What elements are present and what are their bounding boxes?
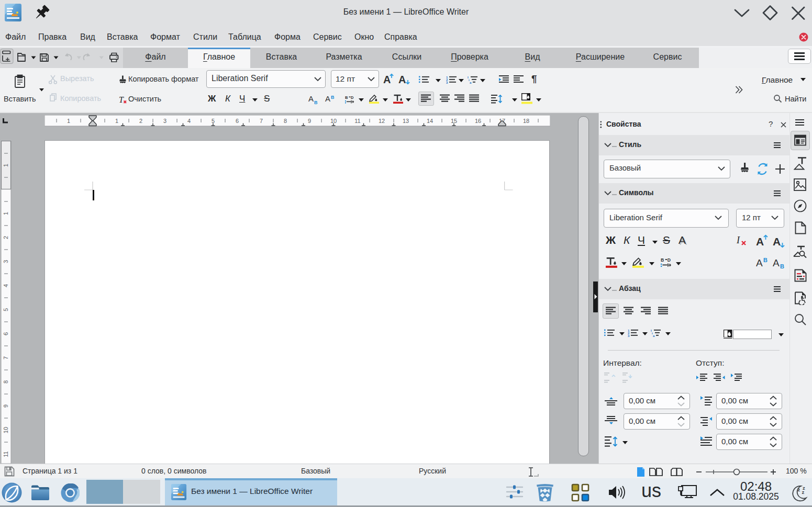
svg-text:16: 16 [475, 118, 481, 124]
svg-text:T: T [119, 95, 124, 104]
svg-text:3: 3 [163, 118, 166, 124]
svg-text:5: 5 [212, 118, 215, 124]
svg-text:3: 3 [628, 334, 630, 337]
svg-text:3: 3 [3, 260, 9, 263]
svg-text:a: a [653, 334, 655, 337]
svg-text:14: 14 [427, 118, 433, 124]
svg-text:11: 11 [3, 451, 9, 457]
svg-text:B: B [780, 263, 784, 269]
svg-text:10: 10 [330, 118, 337, 124]
svg-text:6: 6 [236, 118, 239, 124]
svg-text:1: 1 [115, 118, 118, 124]
svg-text:7: 7 [260, 118, 263, 124]
svg-text:A: A [773, 235, 781, 247]
svg-text:8: 8 [3, 380, 9, 384]
svg-text:11: 11 [354, 118, 360, 124]
svg-text:I: I [736, 235, 740, 245]
svg-text:12: 12 [379, 118, 385, 124]
svg-text:D: D [351, 95, 354, 100]
svg-text:1: 1 [67, 118, 70, 124]
svg-text:15: 15 [451, 118, 457, 124]
svg-text:8: 8 [284, 118, 287, 124]
svg-text:9: 9 [308, 118, 311, 124]
svg-text:B: B [763, 257, 767, 263]
svg-text:B: B [314, 100, 318, 105]
svg-text:4: 4 [3, 284, 9, 287]
svg-text:B: B [345, 95, 348, 100]
svg-text:6: 6 [3, 332, 9, 335]
svg-text:A: A [308, 94, 314, 103]
svg-text:7: 7 [3, 356, 9, 359]
svg-text:z: z [802, 489, 805, 495]
svg-text:A: A [325, 94, 330, 103]
svg-text:A: A [756, 257, 763, 268]
svg-text:z: z [798, 487, 800, 492]
svg-text:A: A [756, 235, 764, 247]
svg-text:B: B [661, 257, 664, 263]
svg-text:B: B [331, 95, 335, 100]
svg-text:A: A [398, 74, 406, 85]
svg-text:18: 18 [523, 118, 529, 124]
svg-text:1: 1 [3, 212, 9, 215]
svg-text:a: a [470, 81, 472, 84]
svg-text:2: 2 [139, 118, 142, 124]
svg-text:13: 13 [403, 118, 409, 124]
svg-text:A: A [773, 257, 780, 268]
svg-text:9: 9 [3, 404, 9, 408]
svg-text:2: 2 [3, 236, 9, 239]
svg-text:3: 3 [446, 81, 448, 84]
svg-text:5: 5 [3, 308, 9, 311]
svg-text:D: D [668, 257, 671, 263]
svg-text:1: 1 [3, 164, 9, 167]
svg-text:4: 4 [187, 118, 191, 124]
svg-text:10: 10 [3, 427, 9, 433]
